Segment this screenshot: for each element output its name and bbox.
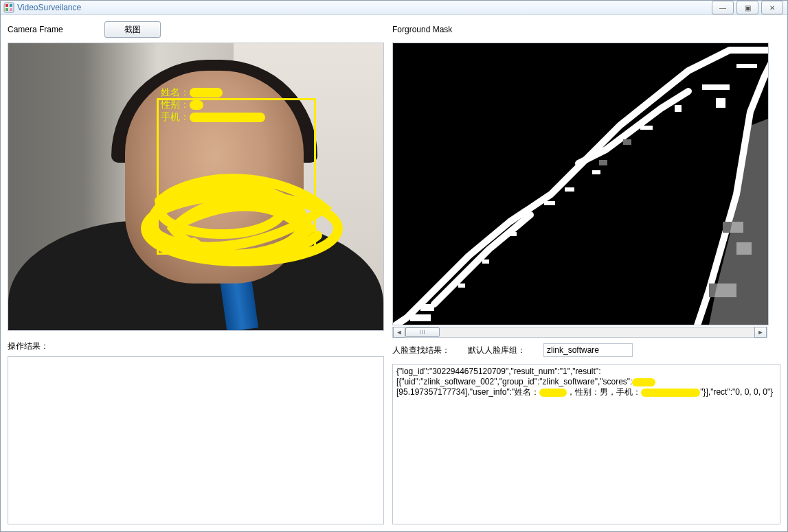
svg-rect-1	[5, 4, 8, 7]
minimize-button[interactable]: —	[712, 1, 734, 14]
svg-rect-11	[702, 84, 730, 90]
result-text-3b: ，性别：男，手机：	[567, 387, 641, 397]
camera-header: Camera Frame 截图	[8, 21, 384, 38]
foreground-mask-view	[392, 43, 769, 325]
default-face-group-label: 默认人脸库组：	[468, 345, 526, 356]
svg-rect-19	[510, 232, 517, 236]
result-text-1: {"log_id":"3022944675120709","result_num…	[396, 367, 600, 376]
svg-rect-26	[623, 139, 631, 145]
operation-result-textarea[interactable]	[8, 356, 384, 524]
result-censor-1	[632, 378, 655, 386]
svg-rect-15	[675, 105, 682, 112]
result-text-3a: [95.197357177734],"user_info":"姓名：	[396, 387, 539, 397]
svg-rect-2	[10, 4, 12, 7]
svg-rect-3	[5, 8, 8, 11]
mask-horizontal-scrollbar[interactable]: ◄ ►	[392, 327, 767, 338]
result-censor-2	[539, 389, 567, 397]
right-column: Forground Mask	[392, 21, 780, 524]
foreground-mask-label: Forground Mask	[392, 25, 452, 34]
svg-rect-25	[599, 160, 607, 165]
svg-rect-9	[410, 314, 431, 321]
window-title: VideoSurveilance	[17, 3, 81, 12]
app-icon	[3, 2, 14, 13]
overlay-name-censor	[190, 88, 223, 97]
scroll-right-arrow[interactable]: ►	[754, 327, 767, 338]
svg-rect-20	[482, 259, 489, 264]
svg-rect-18	[592, 170, 600, 174]
face-search-result-label: 人脸查找结果：	[392, 345, 450, 356]
scroll-thumb[interactable]	[405, 327, 440, 337]
svg-rect-17	[565, 187, 574, 192]
svg-rect-21	[458, 284, 465, 288]
mask-content	[393, 43, 768, 325]
left-column: Camera Frame 截图 姓名： 性别： 手机：	[8, 21, 384, 524]
svg-rect-14	[640, 126, 653, 130]
scroll-track[interactable]	[405, 327, 754, 337]
titlebar[interactable]: VideoSurveilance — ▣ ✕	[1, 1, 787, 15]
svg-rect-12	[716, 98, 725, 108]
screenshot-button[interactable]: 截图	[104, 21, 161, 38]
search-row: 人脸查找结果： 默认人脸库组：	[392, 343, 780, 357]
app-window: VideoSurveilance — ▣ ✕ Camera Frame 截图 姓…	[0, 0, 788, 532]
maximize-button[interactable]: ▣	[736, 1, 758, 14]
svg-rect-10	[420, 304, 434, 311]
client-area: Camera Frame 截图 姓名： 性别： 手机：	[1, 15, 787, 531]
scribble-annotation	[132, 160, 359, 284]
svg-rect-4	[10, 8, 12, 11]
window-controls: — ▣ ✕	[712, 1, 783, 14]
result-censor-3	[641, 389, 700, 397]
close-button[interactable]: ✕	[761, 1, 783, 14]
camera-frame-view: 姓名： 性别： 手机：	[8, 43, 384, 331]
camera-frame-label: Camera Frame	[8, 25, 63, 34]
operation-result-label: 操作结果：	[8, 340, 384, 352]
face-group-input[interactable]	[543, 343, 633, 357]
svg-rect-13	[736, 64, 757, 68]
svg-rect-16	[544, 201, 555, 205]
mask-header: Forground Mask	[392, 21, 780, 38]
scroll-left-arrow[interactable]: ◄	[393, 327, 405, 338]
result-text-2: [{"uid":"zlink_software_002","group_id":…	[396, 377, 632, 386]
face-search-result-textarea[interactable]: {"log_id":"3022944675120709","result_num…	[392, 364, 780, 524]
result-text-3c: "}],"rect":"0, 0, 0, 0"}	[700, 387, 773, 397]
